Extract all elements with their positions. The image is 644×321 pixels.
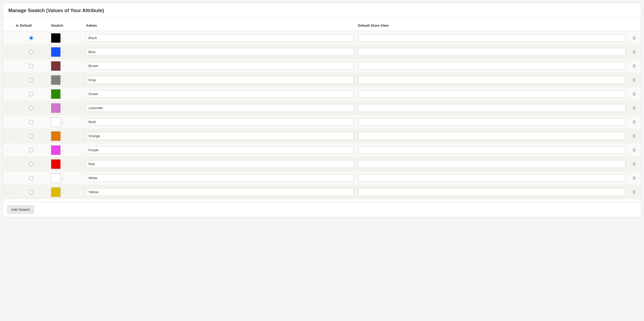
- drag-handle[interactable]: ⋮⋮: [3, 133, 14, 139]
- table-row: ⋮⋮↓🗑: [3, 171, 641, 185]
- swatch-color-box[interactable]: [51, 47, 61, 57]
- swatch-color-box[interactable]: [51, 89, 61, 99]
- swatch-color-box[interactable]: [51, 117, 61, 127]
- swatch-dropdown-arrow[interactable]: ↓: [62, 191, 63, 194]
- swatch-dropdown-arrow[interactable]: ↓: [62, 149, 63, 152]
- cell-is-default: [14, 106, 49, 110]
- store-view-input[interactable]: [358, 76, 626, 84]
- store-view-input[interactable]: [358, 146, 626, 154]
- is-default-radio[interactable]: [29, 78, 33, 82]
- store-view-input[interactable]: [358, 174, 626, 182]
- cell-is-default: [14, 162, 49, 166]
- delete-row-button[interactable]: 🗑: [631, 175, 638, 182]
- add-swatch-button[interactable]: Add Swatch: [7, 205, 34, 214]
- is-default-radio[interactable]: [29, 50, 33, 54]
- drag-handle[interactable]: ⋮⋮: [3, 63, 14, 68]
- is-default-radio[interactable]: [29, 64, 33, 68]
- swatch-dropdown-arrow[interactable]: ↓: [62, 134, 63, 138]
- delete-row-button[interactable]: 🗑: [631, 63, 638, 70]
- delete-row-button[interactable]: 🗑: [631, 91, 638, 98]
- rows-container: ⋮⋮↓🗑⋮⋮↓🗑⋮⋮↓🗑⋮⋮↓🗑⋮⋮↓🗑⋮⋮↓🗑⋮⋮↓🗑⋮⋮↓🗑⋮⋮↓🗑⋮⋮↓🗑…: [3, 31, 641, 199]
- cell-delete: 🗑: [628, 77, 641, 84]
- drag-handle[interactable]: ⋮⋮: [3, 147, 14, 153]
- store-view-input[interactable]: [358, 160, 626, 168]
- cell-delete: 🗑: [628, 133, 641, 140]
- admin-input[interactable]: [86, 62, 354, 70]
- store-view-input[interactable]: [358, 34, 626, 42]
- swatch-dropdown-arrow[interactable]: ↓: [62, 163, 63, 166]
- delete-row-button[interactable]: 🗑: [631, 34, 638, 42]
- swatch-color-box[interactable]: [51, 159, 61, 169]
- swatch-dropdown-arrow[interactable]: ↓: [62, 120, 63, 124]
- admin-input[interactable]: [86, 48, 354, 56]
- swatch-color-box[interactable]: [51, 173, 61, 183]
- admin-input[interactable]: [86, 146, 354, 154]
- manage-swatch-panel: Manage Swatch (Values of Your Attribute)…: [3, 3, 641, 217]
- swatch-color-box[interactable]: [51, 61, 61, 71]
- drag-handle[interactable]: ⋮⋮: [3, 35, 14, 40]
- is-default-radio[interactable]: [29, 92, 33, 96]
- delete-row-button[interactable]: 🗑: [631, 105, 638, 112]
- cell-admin: [84, 187, 356, 197]
- swatch-dropdown-arrow[interactable]: ↓: [62, 177, 63, 180]
- cell-is-default: [14, 78, 49, 82]
- cell-swatch: ↓: [49, 103, 84, 113]
- delete-row-button[interactable]: 🗑: [631, 133, 638, 140]
- swatch-color-box[interactable]: [51, 145, 61, 155]
- swatch-color-box[interactable]: [51, 131, 61, 141]
- is-default-radio[interactable]: [29, 134, 33, 138]
- admin-input[interactable]: [86, 90, 354, 98]
- swatch-color-box[interactable]: [51, 75, 61, 85]
- cell-swatch: ↓: [49, 117, 84, 127]
- admin-input[interactable]: [86, 76, 354, 84]
- store-view-input[interactable]: [358, 90, 626, 98]
- swatch-dropdown-arrow[interactable]: ↓: [62, 78, 63, 82]
- admin-input[interactable]: [86, 104, 354, 112]
- cell-default-store-view: [356, 173, 628, 183]
- swatch-dropdown-arrow[interactable]: ↓: [62, 64, 63, 68]
- swatch-dropdown-arrow[interactable]: ↓: [62, 106, 63, 110]
- delete-row-button[interactable]: 🗑: [631, 77, 638, 84]
- drag-handle[interactable]: ⋮⋮: [3, 77, 14, 82]
- store-view-input[interactable]: [358, 118, 626, 126]
- admin-input[interactable]: [86, 188, 354, 196]
- admin-input[interactable]: [86, 174, 354, 182]
- swatch-dropdown-arrow[interactable]: ↓: [62, 36, 63, 40]
- store-view-input[interactable]: [358, 62, 626, 70]
- store-view-input[interactable]: [358, 48, 626, 56]
- swatch-color-box[interactable]: [51, 103, 61, 113]
- admin-input[interactable]: [86, 34, 354, 42]
- store-view-input[interactable]: [358, 104, 626, 112]
- store-view-input[interactable]: [358, 132, 626, 140]
- admin-input[interactable]: [86, 118, 354, 126]
- is-default-radio[interactable]: [29, 148, 33, 152]
- is-default-radio[interactable]: [29, 120, 33, 124]
- swatch-color-box[interactable]: [51, 187, 61, 197]
- is-default-radio[interactable]: [29, 36, 33, 40]
- cell-default-store-view: [356, 75, 628, 85]
- swatch-color-box[interactable]: [51, 33, 61, 43]
- is-default-radio[interactable]: [29, 162, 33, 166]
- drag-handle[interactable]: ⋮⋮: [3, 91, 14, 96]
- is-default-radio[interactable]: [29, 106, 33, 110]
- admin-input[interactable]: [86, 132, 354, 140]
- store-view-input[interactable]: [358, 188, 626, 196]
- swatch-dropdown-arrow[interactable]: ↓: [62, 50, 63, 54]
- cell-delete: 🗑: [628, 161, 641, 168]
- is-default-radio[interactable]: [29, 190, 33, 194]
- delete-row-button[interactable]: 🗑: [631, 189, 638, 196]
- swatch-dropdown-arrow[interactable]: ↓: [62, 92, 63, 96]
- delete-row-button[interactable]: 🗑: [631, 147, 638, 154]
- delete-row-button[interactable]: 🗑: [631, 161, 638, 168]
- drag-handle[interactable]: ⋮⋮: [3, 189, 14, 195]
- drag-handle[interactable]: ⋮⋮: [3, 175, 14, 181]
- drag-handle[interactable]: ⋮⋮: [3, 161, 14, 167]
- cell-is-default: [14, 176, 49, 180]
- delete-row-button[interactable]: 🗑: [631, 119, 638, 126]
- is-default-radio[interactable]: [29, 176, 33, 180]
- admin-input[interactable]: [86, 160, 354, 168]
- drag-handle[interactable]: ⋮⋮: [3, 119, 14, 125]
- drag-handle[interactable]: ⋮⋮: [3, 49, 14, 54]
- delete-row-button[interactable]: 🗑: [631, 49, 638, 56]
- drag-handle[interactable]: ⋮⋮: [3, 105, 14, 111]
